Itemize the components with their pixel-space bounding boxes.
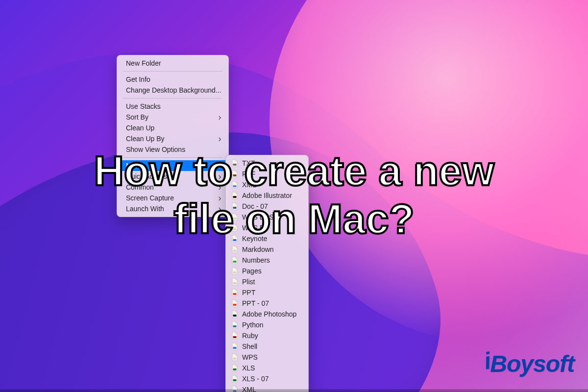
- submenu-item-pages[interactable]: Pages: [226, 266, 308, 276]
- submenu-item-label: WPS DPS: [242, 213, 274, 221]
- menu-separator: [123, 98, 222, 98]
- svg-rect-11: [233, 282, 237, 284]
- submenu-item-rtf[interactable]: RTF: [226, 169, 308, 179]
- rtf-file-icon: [231, 170, 239, 178]
- svg-rect-16: [233, 336, 237, 338]
- ctx-item-label: Change Desktop Background...: [126, 86, 221, 94]
- ctx-item-label: Quick Access: [126, 172, 210, 180]
- svg-rect-18: [233, 358, 237, 360]
- submenu-item-shell[interactable]: Shell: [226, 341, 308, 352]
- ctx-item-clean-up-by[interactable]: Clean Up By›: [117, 133, 228, 144]
- submenu-item-label: Adobe Illustrator: [242, 192, 292, 199]
- submenu-item-wps-et[interactable]: WPS ET: [226, 222, 308, 233]
- ctx-item-sort-by[interactable]: Sort By›: [117, 112, 228, 122]
- chevron-right-icon: ›: [219, 172, 221, 181]
- ctx-item-label: Clean Up: [126, 124, 221, 132]
- submenu-item-label: WPS: [242, 353, 258, 361]
- svg-rect-12: [233, 293, 237, 295]
- submenu-item-wps-dps[interactable]: WPS DPS: [226, 212, 308, 222]
- chevron-right-icon: ›: [219, 113, 221, 122]
- desktop-context-menu[interactable]: New FolderGet InfoChange Desktop Backgro…: [117, 55, 229, 217]
- submenu-item-ppt-07[interactable]: PPT - 07: [226, 298, 308, 309]
- chevron-right-icon: ›: [219, 134, 221, 143]
- python-file-icon: [231, 321, 239, 329]
- xlsx-file-icon: [231, 375, 239, 383]
- submenu-item-ruby[interactable]: Ruby: [226, 330, 308, 341]
- xml-file-icon: [231, 181, 239, 189]
- generic-file-icon: [231, 245, 239, 253]
- ctx-item-quick-access[interactable]: Quick Access›: [117, 171, 228, 182]
- ctx-item-get-info[interactable]: Get Info: [117, 74, 228, 85]
- psd-file-icon: [231, 310, 239, 318]
- svg-rect-8: [233, 250, 237, 252]
- submenu-item-numbers[interactable]: Numbers: [226, 255, 308, 266]
- submenu-item-txt[interactable]: TXT: [226, 158, 308, 169]
- ctx-item-label: Get Info: [126, 75, 221, 83]
- ctx-item-new-folder[interactable]: New Folder: [117, 58, 228, 69]
- svg-rect-15: [233, 325, 237, 327]
- ctx-item-screen-capture[interactable]: Screen Capture›: [117, 193, 228, 203]
- ctx-item-label: Clean Up By: [126, 135, 210, 143]
- submenu-item-label: TXT: [242, 159, 255, 167]
- brand-logo: iBoysoft: [484, 350, 574, 377]
- chevron-right-icon: ›: [219, 183, 221, 192]
- ctx-item-label: New Folder: [126, 59, 221, 67]
- ctx-item-label: Use Stacks: [126, 102, 221, 110]
- submenu-item-xml[interactable]: XML: [226, 179, 308, 190]
- ctx-item-change-desktop-background[interactable]: Change Desktop Background...: [117, 85, 228, 96]
- generic-file-icon: [231, 278, 239, 286]
- submenu-item-label: WPS ET: [242, 224, 269, 232]
- ctx-item-launch-with[interactable]: Launch With›: [117, 203, 228, 214]
- txt-file-icon: [231, 159, 239, 167]
- xls-file-icon: [231, 364, 239, 372]
- submenu-item-adobe-illustrator[interactable]: Adobe Illustrator: [226, 190, 308, 201]
- new-file-submenu[interactable]: TXTRTFXMLAdobe IllustratorDoc - 07WPS DP…: [225, 155, 309, 392]
- submenu-item-doc-07[interactable]: Doc - 07: [226, 201, 308, 212]
- submenu-item-label: Doc - 07: [242, 202, 268, 210]
- svg-rect-13: [233, 304, 237, 306]
- submenu-item-label: Keynote: [242, 235, 267, 243]
- ctx-item-common[interactable]: Common›: [117, 182, 228, 193]
- generic-file-icon: [231, 267, 239, 275]
- svg-rect-17: [233, 347, 237, 349]
- submenu-item-python[interactable]: Python: [226, 319, 308, 330]
- submenu-item-adobe-photoshop[interactable]: Adobe Photoshop: [226, 309, 308, 319]
- svg-rect-9: [233, 261, 237, 263]
- ai-file-icon: [231, 192, 239, 199]
- keynote-file-icon: [231, 235, 239, 243]
- submenu-item-plist[interactable]: Plist: [226, 276, 308, 287]
- numbers-file-icon: [231, 256, 239, 264]
- ctx-item-label: Show View Options: [126, 146, 221, 153]
- chevron-right-icon: ›: [219, 194, 221, 202]
- svg-rect-5: [233, 218, 237, 220]
- ctx-item-label: New: [126, 162, 210, 170]
- ctx-item-show-view-options[interactable]: Show View Options: [117, 144, 228, 155]
- generic-file-icon: [231, 213, 239, 221]
- submenu-item-keynote[interactable]: Keynote: [226, 233, 308, 244]
- submenu-item-xls-07[interactable]: XLS - 07: [226, 373, 308, 384]
- submenu-item-label: Pages: [242, 267, 262, 275]
- svg-rect-19: [233, 368, 237, 370]
- svg-rect-14: [233, 315, 237, 317]
- ruby-file-icon: [231, 332, 239, 340]
- submenu-item-label: Shell: [242, 343, 257, 350]
- submenu-item-markdown[interactable]: Markdown: [226, 244, 308, 255]
- ctx-item-use-stacks[interactable]: Use Stacks: [117, 101, 228, 112]
- menu-separator: [123, 71, 222, 72]
- svg-rect-7: [233, 239, 237, 241]
- svg-rect-2: [233, 185, 237, 187]
- submenu-item-xls[interactable]: XLS: [226, 363, 308, 373]
- submenu-item-ppt[interactable]: PPT: [226, 287, 308, 298]
- svg-rect-0: [233, 164, 237, 166]
- menu-separator: [123, 157, 222, 158]
- ctx-item-label: Sort By: [126, 113, 210, 121]
- svg-rect-20: [233, 379, 237, 381]
- submenu-item-label: Python: [242, 321, 264, 329]
- chevron-right-icon: ›: [219, 204, 221, 213]
- ctx-item-new[interactable]: New›: [117, 160, 228, 171]
- ppt-file-icon: [231, 289, 239, 296]
- ctx-item-clean-up[interactable]: Clean Up: [117, 122, 228, 133]
- submenu-item-wps[interactable]: WPS: [226, 352, 308, 363]
- docx-file-icon: [231, 202, 239, 210]
- submenu-item-label: XLS: [242, 364, 255, 372]
